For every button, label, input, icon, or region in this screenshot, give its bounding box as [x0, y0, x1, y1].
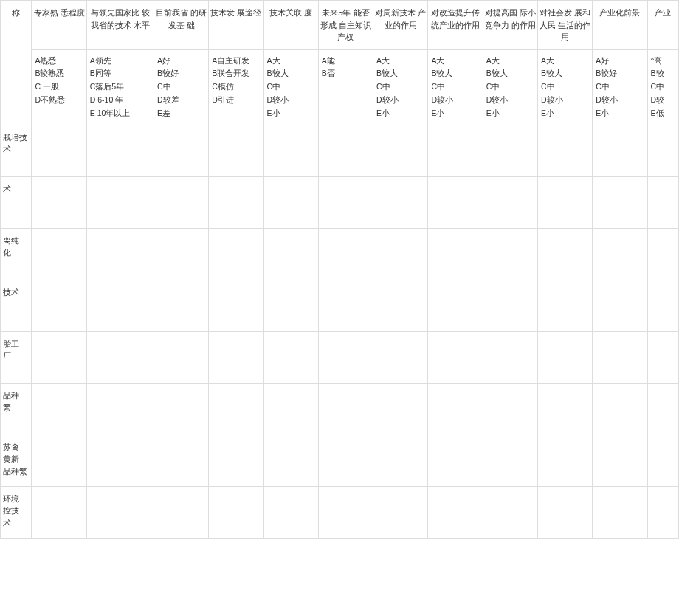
data-cell[interactable] — [647, 486, 679, 538]
data-cell[interactable] — [263, 435, 318, 486]
data-cell[interactable] — [32, 486, 86, 538]
data-cell[interactable] — [209, 331, 263, 383]
data-cell[interactable] — [647, 125, 679, 176]
data-cell[interactable] — [593, 383, 647, 435]
data-cell[interactable] — [154, 176, 208, 228]
data-cell[interactable] — [32, 125, 86, 176]
data-cell[interactable] — [263, 280, 318, 331]
data-cell[interactable] — [209, 125, 263, 176]
data-cell[interactable] — [263, 486, 318, 538]
data-cell[interactable] — [647, 280, 679, 331]
data-cell[interactable] — [428, 435, 483, 486]
data-cell[interactable] — [32, 435, 86, 486]
data-cell[interactable] — [593, 125, 647, 176]
data-cell[interactable] — [318, 331, 373, 383]
data-cell[interactable] — [263, 331, 318, 383]
data-cell[interactable] — [318, 125, 373, 176]
data-cell[interactable] — [154, 435, 208, 486]
data-cell[interactable] — [537, 176, 592, 228]
data-cell[interactable] — [428, 486, 483, 538]
data-cell[interactable] — [537, 486, 592, 538]
data-cell[interactable] — [483, 176, 537, 228]
data-cell[interactable] — [32, 280, 86, 331]
data-cell[interactable] — [318, 176, 373, 228]
data-cell[interactable] — [483, 228, 537, 280]
data-cell[interactable] — [373, 280, 428, 331]
data-cell[interactable] — [32, 176, 86, 228]
data-cell[interactable] — [318, 383, 373, 435]
data-cell[interactable] — [373, 176, 428, 228]
data-cell[interactable] — [373, 331, 428, 383]
data-cell[interactable] — [318, 228, 373, 280]
data-cell[interactable] — [428, 125, 483, 176]
data-cell[interactable] — [209, 280, 263, 331]
data-cell[interactable] — [32, 228, 86, 280]
data-cell[interactable] — [647, 435, 679, 486]
data-cell[interactable] — [86, 331, 154, 383]
data-cell[interactable] — [647, 228, 679, 280]
data-cell[interactable] — [483, 331, 537, 383]
data-cell[interactable] — [537, 228, 592, 280]
data-cell[interactable] — [647, 331, 679, 383]
data-cell[interactable] — [263, 383, 318, 435]
data-cell[interactable] — [86, 125, 154, 176]
col-header-rd-base: 目前我省 的研发基 础 — [154, 1, 208, 50]
data-cell[interactable] — [428, 331, 483, 383]
data-cell[interactable] — [154, 331, 208, 383]
data-cell[interactable] — [209, 435, 263, 486]
data-cell[interactable] — [209, 383, 263, 435]
data-cell[interactable] — [209, 486, 263, 538]
data-cell[interactable] — [593, 331, 647, 383]
data-cell[interactable] — [483, 125, 537, 176]
data-cell[interactable] — [154, 228, 208, 280]
data-cell[interactable] — [318, 486, 373, 538]
data-cell[interactable] — [86, 280, 154, 331]
data-cell[interactable] — [373, 125, 428, 176]
data-cell[interactable] — [537, 383, 592, 435]
data-cell[interactable] — [483, 383, 537, 435]
data-cell[interactable] — [209, 228, 263, 280]
data-cell[interactable] — [86, 486, 154, 538]
data-cell[interactable] — [373, 383, 428, 435]
data-cell[interactable] — [537, 331, 592, 383]
data-cell[interactable] — [32, 383, 86, 435]
data-cell[interactable] — [537, 435, 592, 486]
data-cell[interactable] — [154, 383, 208, 435]
data-cell[interactable] — [263, 176, 318, 228]
data-cell[interactable] — [154, 125, 208, 176]
data-cell[interactable] — [263, 125, 318, 176]
data-cell[interactable] — [428, 280, 483, 331]
data-cell[interactable] — [647, 176, 679, 228]
data-cell[interactable] — [593, 228, 647, 280]
data-cell[interactable] — [318, 280, 373, 331]
data-cell[interactable] — [373, 486, 428, 538]
data-cell[interactable] — [537, 125, 592, 176]
data-cell[interactable] — [483, 435, 537, 486]
data-cell[interactable] — [483, 486, 537, 538]
data-cell[interactable] — [318, 435, 373, 486]
data-cell[interactable] — [483, 280, 537, 331]
data-cell[interactable] — [593, 435, 647, 486]
data-cell[interactable] — [373, 435, 428, 486]
data-cell[interactable] — [154, 486, 208, 538]
data-cell[interactable] — [32, 331, 86, 383]
data-cell[interactable] — [86, 383, 154, 435]
data-cell[interactable] — [593, 176, 647, 228]
data-cell[interactable] — [263, 228, 318, 280]
data-cell[interactable] — [86, 176, 154, 228]
col-header-intl: 对提高国 际小竞争力 的作用 — [483, 1, 537, 50]
table-row: 栽培技 术 — [1, 125, 679, 176]
data-cell[interactable] — [428, 228, 483, 280]
data-cell[interactable] — [537, 280, 592, 331]
data-cell[interactable] — [209, 176, 263, 228]
data-cell[interactable] — [373, 228, 428, 280]
data-cell[interactable] — [428, 176, 483, 228]
data-cell[interactable] — [86, 435, 154, 486]
data-cell[interactable] — [593, 486, 647, 538]
data-cell[interactable] — [647, 383, 679, 435]
data-cell[interactable] — [593, 280, 647, 331]
data-cell[interactable] — [154, 280, 208, 331]
data-cell[interactable] — [428, 383, 483, 435]
data-cell[interactable] — [86, 228, 154, 280]
row-label: 技术 — [1, 280, 32, 331]
